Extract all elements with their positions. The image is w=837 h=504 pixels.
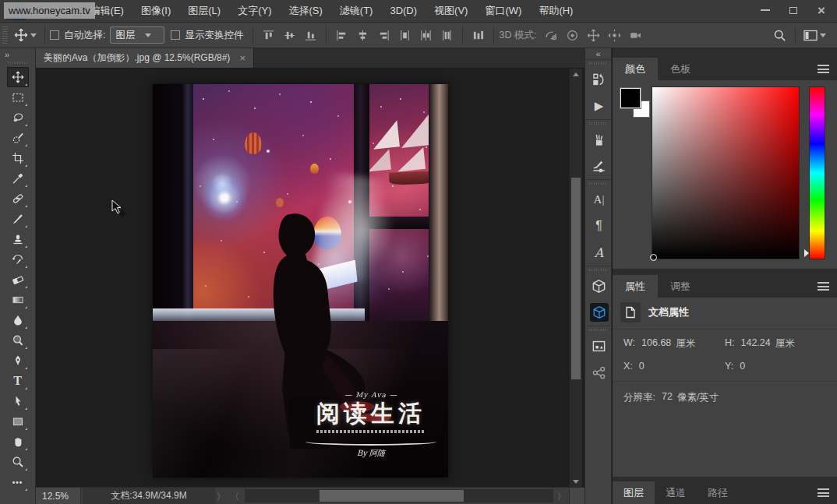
tab-properties[interactable]: 属性 — [613, 275, 658, 298]
brush-tool-button[interactable] — [7, 209, 29, 229]
align-hcenter-button[interactable] — [352, 26, 373, 44]
hue-slider[interactable] — [809, 86, 825, 259]
menu-image[interactable]: 图像(I) — [132, 0, 179, 22]
brush-settings-panel-button[interactable] — [585, 153, 613, 179]
align-right-button[interactable] — [373, 26, 394, 44]
zoom-level-field[interactable]: 12.5% — [36, 488, 81, 504]
tab-color[interactable]: 颜色 — [613, 58, 658, 80]
zoom-tool-button[interactable] — [7, 452, 29, 472]
crop-tool-button[interactable] — [7, 148, 29, 168]
horizontal-scrollbar-thumb[interactable] — [320, 490, 464, 502]
clone-stamp-tool-button[interactable] — [7, 229, 29, 249]
status-expand-chevron[interactable]: 〉 — [217, 491, 225, 502]
align-top-button[interactable] — [258, 26, 279, 44]
tab-channels[interactable]: 通道 — [655, 481, 697, 504]
tab-paths[interactable]: 路径 — [697, 481, 739, 504]
tool-preset-button[interactable] — [11, 25, 40, 45]
search-button[interactable] — [769, 26, 790, 44]
menu-layer[interactable]: 图层(L) — [179, 0, 229, 22]
eraser-tool-button[interactable] — [7, 270, 29, 290]
menu-filter[interactable]: 滤镜(T) — [331, 0, 382, 22]
document-size-field[interactable]: 文档:34.9M/34.9M — [83, 488, 215, 504]
panel-menu-icon[interactable] — [818, 488, 829, 497]
marquee-tool-button[interactable] — [7, 87, 29, 107]
quick-select-tool-button[interactable] — [7, 128, 29, 148]
tab-adjustments[interactable]: 调整 — [658, 275, 703, 298]
minimize-button[interactable] — [751, 0, 779, 20]
align-vcenter-button[interactable] — [279, 26, 300, 44]
horizontal-scrollbar[interactable] — [245, 489, 553, 502]
picker-cursor[interactable] — [650, 254, 657, 261]
path-select-tool-button[interactable] — [7, 391, 29, 411]
3d-camera-button[interactable] — [625, 26, 646, 44]
3d-panel-button[interactable] — [585, 273, 613, 299]
workspace-switcher[interactable] — [800, 25, 829, 45]
history-panel-button[interactable] — [585, 66, 613, 93]
close-button[interactable]: × — [807, 0, 835, 20]
share-panel-button[interactable] — [585, 359, 613, 386]
height-value[interactable]: 142.24 — [741, 337, 771, 351]
document-tab[interactable]: 美丽的Ava（加倒影）.jpg @ 12.5%(RGB/8#) × — [36, 48, 254, 68]
shape-tool-button[interactable] — [7, 411, 29, 432]
brush-presets-panel-button[interactable] — [585, 126, 613, 153]
vertical-scrollbar[interactable] — [569, 69, 582, 487]
panel-menu-icon[interactable] — [818, 65, 829, 73]
vertical-scrollbar-thumb[interactable] — [571, 178, 581, 379]
resolution-value[interactable]: 72 — [662, 391, 673, 404]
history-brush-tool-button[interactable] — [7, 249, 29, 270]
distribute-bottom-button[interactable] — [436, 26, 457, 44]
edit-toolbar-button[interactable]: ••• — [7, 472, 29, 492]
menu-view[interactable]: 视图(V) — [426, 0, 476, 22]
menu-type[interactable]: 文字(Y) — [229, 0, 280, 22]
scroll-up-button[interactable] — [570, 69, 582, 79]
hue-slider-cursor[interactable] — [804, 249, 809, 257]
tools-grip[interactable] — [8, 62, 28, 64]
dodge-tool-button[interactable] — [7, 330, 29, 351]
panel-menu-icon[interactable] — [818, 282, 829, 291]
show-transform-checkbox[interactable] — [171, 30, 180, 40]
scroll-left-button[interactable]: 〈 — [231, 491, 239, 502]
3d-slide-button[interactable] — [604, 26, 625, 44]
character-panel-button[interactable]: A| — [585, 186, 613, 213]
menu-select[interactable]: 选择(S) — [280, 0, 330, 22]
tools-collapse[interactable]: » — [0, 48, 35, 60]
actions-panel-button[interactable]: ▶ — [585, 93, 613, 119]
healing-brush-tool-button[interactable] — [7, 189, 29, 209]
type-tool-button[interactable]: T — [7, 371, 29, 391]
distribute-spacing-button[interactable] — [468, 26, 489, 44]
glyphs-panel-button[interactable]: A — [585, 239, 613, 266]
blur-tool-button[interactable] — [7, 310, 29, 330]
pen-tool-button[interactable] — [7, 351, 29, 371]
distribute-top-button[interactable] — [394, 26, 415, 44]
y-value[interactable]: 0 — [740, 361, 745, 372]
scroll-right-button[interactable]: 〉 — [557, 491, 566, 502]
3d-roll-button[interactable] — [562, 26, 583, 44]
options-grip[interactable] — [2, 26, 8, 44]
3d-pan-button[interactable] — [583, 26, 604, 44]
maximize-button[interactable] — [779, 0, 807, 20]
x-value[interactable]: 0 — [639, 361, 645, 372]
tab-layers[interactable]: 图层 — [613, 481, 655, 504]
3d-material-panel-button[interactable] — [585, 299, 613, 326]
gradient-tool-button[interactable] — [7, 290, 29, 310]
canvas[interactable]: — My Ava — 阅读生活 By 阿随 — [36, 69, 567, 487]
tab-close-icon[interactable]: × — [239, 52, 245, 64]
tab-swatches[interactable]: 色板 — [658, 58, 703, 80]
auto-select-dropdown[interactable]: 图层 — [110, 26, 164, 44]
distribute-vcenter-button[interactable] — [415, 26, 436, 44]
auto-select-checkbox[interactable] — [50, 30, 59, 40]
paragraph-panel-button[interactable]: ¶ — [585, 213, 613, 239]
foreground-color-swatch[interactable] — [620, 88, 641, 108]
move-tool-button[interactable] — [7, 67, 29, 87]
menu-3d[interactable]: 3D(D) — [381, 0, 426, 22]
lasso-tool-button[interactable] — [7, 107, 29, 128]
hand-tool-button[interactable] — [7, 432, 29, 452]
scroll-down-button[interactable] — [570, 476, 582, 487]
dock-collapse[interactable]: « — [585, 48, 611, 59]
align-bottom-button[interactable] — [300, 26, 321, 44]
menu-help[interactable]: 帮助(H) — [530, 0, 581, 22]
saturation-brightness-picker[interactable] — [652, 86, 800, 259]
menu-window[interactable]: 窗口(W) — [476, 0, 530, 22]
eyedropper-tool-button[interactable] — [7, 168, 29, 189]
width-value[interactable]: 106.68 — [641, 337, 671, 351]
